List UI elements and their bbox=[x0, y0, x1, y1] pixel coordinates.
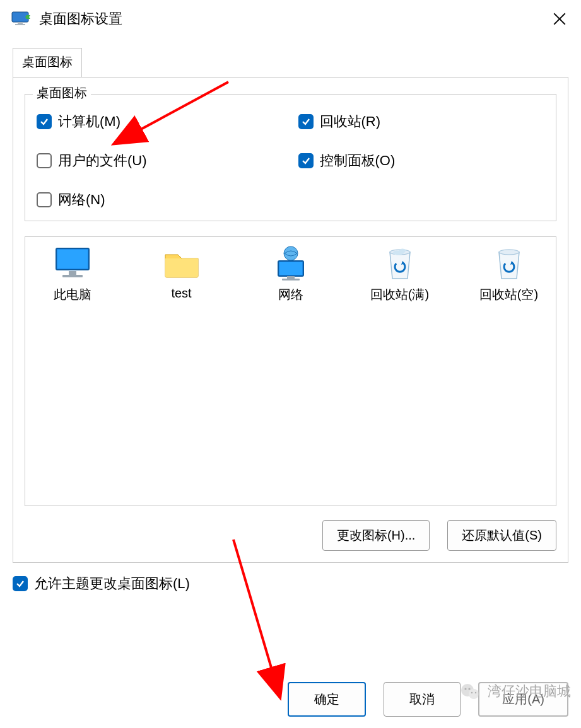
preview-recyclebin-full[interactable]: 回收站(满) bbox=[363, 246, 437, 303]
check-icon bbox=[13, 576, 28, 591]
svg-point-21 bbox=[468, 688, 470, 690]
recycle-bin-empty-icon bbox=[489, 246, 529, 281]
titlebar: 桌面图标设置 bbox=[0, 0, 581, 37]
checkbox-recycle-bin[interactable]: 回收站(R) bbox=[298, 112, 545, 131]
cancel-button[interactable]: 取消 bbox=[384, 682, 461, 717]
watermark-text: 湾仔沙电脑城 bbox=[488, 682, 571, 701]
check-icon bbox=[298, 114, 314, 129]
preview-label: 此电脑 bbox=[54, 286, 91, 303]
preview-label: test bbox=[171, 286, 191, 301]
tab-desktop-icons[interactable]: 桌面图标 bbox=[13, 48, 82, 77]
svg-point-23 bbox=[475, 692, 476, 693]
network-icon bbox=[271, 246, 311, 281]
check-icon bbox=[37, 114, 52, 129]
svg-rect-2 bbox=[15, 24, 25, 25]
ok-button[interactable]: 确定 bbox=[288, 682, 366, 717]
checkbox-label: 用户的文件(U) bbox=[58, 151, 147, 170]
preview-recyclebin-empty[interactable]: 回收站(空) bbox=[472, 246, 546, 303]
recycle-bin-full-icon bbox=[380, 246, 420, 281]
check-icon bbox=[37, 153, 52, 168]
svg-point-19 bbox=[469, 689, 479, 699]
svg-rect-13 bbox=[282, 279, 300, 280]
desktop-icons-group: 桌面图标 计算机(M) 回收站(R) 用户的文件(U) bbox=[25, 94, 556, 221]
svg-rect-1 bbox=[18, 22, 23, 24]
checkbox-label: 控制面板(O) bbox=[320, 151, 396, 170]
preview-folder-test[interactable]: test bbox=[144, 246, 218, 303]
change-icon-button[interactable]: 更改图标(H)... bbox=[322, 520, 430, 551]
check-icon bbox=[298, 153, 314, 168]
checkbox-allow-theme-change[interactable]: 允许主题更改桌面图标(L) bbox=[13, 574, 568, 593]
checkbox-label: 回收站(R) bbox=[320, 112, 381, 131]
svg-rect-6 bbox=[57, 250, 88, 269]
icon-preview-list: 此电脑 test bbox=[25, 236, 556, 506]
svg-point-20 bbox=[464, 688, 466, 690]
tabs: 桌面图标 bbox=[13, 48, 581, 77]
tab-panel: 桌面图标 计算机(M) 回收站(R) 用户的文件(U) bbox=[13, 77, 568, 563]
preview-this-pc[interactable]: 此电脑 bbox=[35, 246, 109, 303]
group-legend: 桌面图标 bbox=[33, 84, 91, 101]
preview-label: 回收站(满) bbox=[370, 286, 429, 303]
pc-icon bbox=[52, 246, 93, 281]
preview-network[interactable]: 网络 bbox=[254, 246, 327, 303]
checkbox-user-files[interactable]: 用户的文件(U) bbox=[37, 151, 283, 170]
svg-point-9 bbox=[284, 246, 298, 260]
preview-label: 回收站(空) bbox=[479, 286, 538, 303]
check-icon bbox=[37, 192, 52, 207]
checkbox-computer[interactable]: 计算机(M) bbox=[37, 112, 283, 131]
checkbox-network[interactable]: 网络(N) bbox=[37, 190, 283, 209]
svg-rect-11 bbox=[279, 262, 302, 275]
checkbox-label: 允许主题更改桌面图标(L) bbox=[34, 574, 190, 593]
folder-icon bbox=[161, 246, 202, 281]
close-button[interactable] bbox=[546, 6, 573, 32]
restore-defaults-button[interactable]: 还原默认值(S) bbox=[447, 520, 556, 551]
svg-rect-8 bbox=[62, 275, 83, 277]
wechat-icon bbox=[459, 680, 481, 703]
icon-buttons-row: 更改图标(H)... 还原默认值(S) bbox=[25, 520, 556, 551]
watermark: 湾仔沙电脑城 bbox=[459, 680, 571, 703]
checkbox-label: 计算机(M) bbox=[58, 112, 120, 131]
checkbox-control-panel[interactable]: 控制面板(O) bbox=[298, 151, 545, 170]
svg-rect-7 bbox=[69, 271, 76, 275]
checkbox-label: 网络(N) bbox=[58, 190, 105, 209]
display-settings-icon bbox=[11, 11, 32, 26]
svg-point-22 bbox=[471, 692, 472, 693]
window-title: 桌面图标设置 bbox=[39, 9, 122, 28]
svg-point-15 bbox=[499, 250, 519, 255]
preview-label: 网络 bbox=[278, 286, 303, 303]
svg-rect-12 bbox=[287, 276, 295, 279]
